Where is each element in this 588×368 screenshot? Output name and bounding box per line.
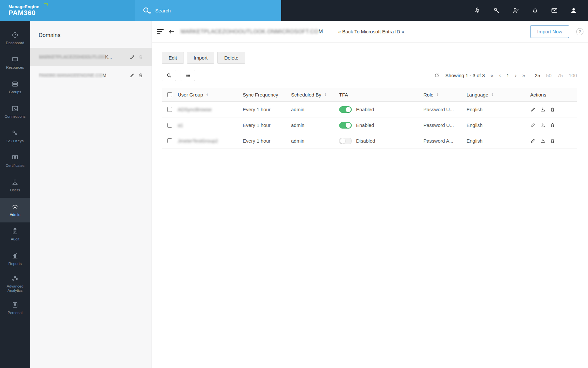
sidebar-item-advanced-analytics[interactable]: Advanced Analytics xyxy=(0,272,30,296)
sidebar-item-resources[interactable]: Resources xyxy=(0,51,30,75)
role-value: Password U... xyxy=(423,107,466,112)
edit-row-icon[interactable] xyxy=(530,122,536,128)
edit-domain-icon[interactable] xyxy=(128,54,137,60)
personal-icon xyxy=(11,301,19,308)
refresh-icon[interactable] xyxy=(434,73,440,78)
sidebar-item-audit[interactable]: Audit xyxy=(0,222,30,247)
row-checkbox[interactable] xyxy=(167,107,172,112)
table-search-button[interactable] xyxy=(162,70,176,81)
table-controls-bar: Showing 1 - 3 of 3 « ‹ 1 › » 25 50 75 10… xyxy=(152,64,588,81)
user-profile-icon[interactable] xyxy=(570,7,578,14)
sync-frequency-value: Every 1 hour xyxy=(243,138,291,144)
back-to-entra-link[interactable]: « Back To Microsoft Entra ID » xyxy=(338,29,404,34)
col-language: Language xyxy=(466,92,488,97)
access-review-icon[interactable] xyxy=(512,7,520,14)
tfa-toggle[interactable] xyxy=(339,106,352,113)
page-size-50[interactable]: 50 xyxy=(546,73,552,78)
row-checkbox[interactable] xyxy=(167,138,172,143)
back-arrow-icon[interactable] xyxy=(168,28,175,35)
export-row-icon[interactable] xyxy=(540,138,546,144)
user-group-name: JmeterTestGroup2 xyxy=(178,138,218,144)
notifications-bell-icon[interactable] xyxy=(531,7,539,14)
delete-button[interactable]: Delete xyxy=(217,52,245,64)
brand-company: ManageEngine xyxy=(8,5,39,9)
export-row-icon[interactable] xyxy=(540,122,546,128)
tfa-toggle[interactable] xyxy=(339,138,352,144)
prev-page-button[interactable]: ‹ xyxy=(499,73,501,78)
search-icon[interactable] xyxy=(142,6,151,15)
brand-area: ManageEngine PAM360 xyxy=(0,0,135,21)
search-scope-caret-icon[interactable] xyxy=(149,12,151,14)
import-button[interactable]: Import xyxy=(187,52,215,64)
sidebar-item-ssh-keys[interactable]: SSH Keys xyxy=(0,124,30,149)
search-input[interactable] xyxy=(155,8,253,13)
row-checkbox[interactable] xyxy=(167,123,172,128)
import-now-button[interactable]: Import Now xyxy=(530,25,569,38)
edit-button[interactable]: Edit xyxy=(162,52,184,64)
dashboard-icon xyxy=(11,31,19,39)
help-icon[interactable]: ? xyxy=(576,28,583,35)
tfa-toggle[interactable] xyxy=(339,122,352,129)
edit-domain-icon[interactable] xyxy=(128,73,137,78)
delete-domain-icon[interactable] xyxy=(137,73,145,78)
certificates-icon xyxy=(11,154,19,161)
delete-row-icon[interactable] xyxy=(550,107,555,112)
sidebar-item-reports[interactable]: Reports xyxy=(0,247,30,272)
brand-product: PAM360 xyxy=(8,9,39,16)
sidebar-item-admin[interactable]: Admin xyxy=(0,198,30,222)
last-page-button[interactable]: » xyxy=(522,73,525,78)
page-size-100[interactable]: 100 xyxy=(569,73,577,78)
next-page-button[interactable]: › xyxy=(515,73,517,78)
sidebar-item-label: Resources xyxy=(6,65,24,70)
export-row-icon[interactable] xyxy=(540,107,546,112)
delete-domain-icon xyxy=(137,54,145,60)
main-content: MARKETPLACEZOHOOUTLOOK.ONMICROSOFT.COM «… xyxy=(152,21,588,368)
domain-list-item[interactable]: MARKETPLACEZOHOOUTLOOK... xyxy=(30,48,152,66)
sort-icon[interactable]: ▲▼ xyxy=(324,93,327,96)
tfa-status-label: Enabled xyxy=(356,122,374,128)
search-icon xyxy=(166,73,172,78)
sidebar-item-personal[interactable]: Personal xyxy=(0,296,30,321)
delete-row-icon[interactable] xyxy=(550,138,555,144)
page-size-75[interactable]: 75 xyxy=(557,73,563,78)
quick-launch-icon[interactable] xyxy=(473,7,481,14)
sidebar-item-groups[interactable]: Groups xyxy=(0,75,30,100)
delete-row-icon[interactable] xyxy=(550,122,555,128)
table-header-row: User Group▲▼ Sync Frequency Scheduled By… xyxy=(162,88,577,102)
sort-icon[interactable]: ▲▼ xyxy=(436,93,439,96)
sidebar-item-dashboard[interactable]: Dashboard xyxy=(0,26,30,51)
page-title: MARKETPLACEZOHOOUTLOOK.ONMICROSOFT.COM xyxy=(181,28,323,35)
role-value: Password U... xyxy=(423,122,466,128)
brand-logo[interactable]: ManageEngine PAM360 xyxy=(8,5,39,16)
global-search-bar[interactable] xyxy=(135,0,281,21)
sidebar-item-connections[interactable]: Connections xyxy=(0,100,30,124)
collapse-panel-icon[interactable] xyxy=(157,29,164,34)
showing-count-text: Showing 1 - 3 of 3 xyxy=(445,73,485,78)
page-size-options: 25 50 75 100 xyxy=(535,73,577,78)
resources-icon xyxy=(11,56,19,63)
select-all-checkbox[interactable] xyxy=(167,92,172,97)
scheduled-by-value: admin xyxy=(291,122,339,128)
column-chooser-button[interactable] xyxy=(181,70,195,81)
pam360-app: ManageEngine PAM360 xyxy=(0,0,588,368)
edit-row-icon[interactable] xyxy=(530,138,536,144)
tfa-status-label: Enabled xyxy=(356,107,374,112)
sidebar-item-label: Connections xyxy=(5,114,25,119)
edit-row-icon[interactable] xyxy=(530,107,536,112)
page-size-25[interactable]: 25 xyxy=(535,73,540,78)
sidebar-item-users[interactable]: Users xyxy=(0,173,30,198)
sidebar-item-certificates[interactable]: Certificates xyxy=(0,149,30,173)
sort-icon[interactable]: ▲▼ xyxy=(206,93,208,96)
password-request-icon[interactable] xyxy=(493,7,500,14)
domain-name: MARKETPLACEZOHOOUTLOOK... xyxy=(39,54,128,60)
domain-list-item[interactable]: PAM360.MANAGEENGINE.COM xyxy=(30,66,152,84)
role-value: Password A... xyxy=(423,138,466,144)
mail-icon[interactable] xyxy=(550,7,558,14)
language-value: English xyxy=(466,107,530,112)
sort-icon[interactable]: ▲▼ xyxy=(491,93,494,96)
user-group-name: a1 xyxy=(178,122,183,128)
col-role: Role xyxy=(423,92,433,97)
sidebar-item-label: Dashboard xyxy=(6,41,24,45)
audit-icon xyxy=(11,228,19,235)
first-page-button[interactable]: « xyxy=(490,73,493,78)
